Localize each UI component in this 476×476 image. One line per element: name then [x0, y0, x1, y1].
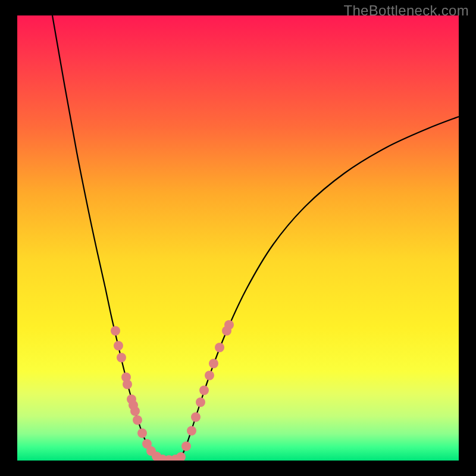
data-point [196, 397, 205, 407]
data-point [164, 455, 174, 461]
data-point [199, 386, 209, 395]
data-point [191, 412, 201, 422]
data-point [133, 415, 142, 425]
data-point [176, 452, 186, 461]
data-point [224, 320, 234, 330]
data-point [123, 380, 132, 389]
data-point [146, 446, 156, 456]
data-point [137, 428, 147, 438]
data-point [127, 394, 136, 404]
data-point [152, 452, 161, 461]
chart-plot-area [17, 15, 459, 461]
data-point [129, 400, 138, 410]
data-point [158, 455, 167, 461]
marker-group [111, 320, 234, 461]
data-point [142, 439, 152, 449]
watermark-text: TheBottleneck.com [343, 2, 469, 19]
data-point [181, 441, 191, 451]
data-point [171, 455, 180, 461]
data-point [121, 372, 131, 382]
curve-svg [17, 15, 459, 461]
data-point [209, 359, 218, 368]
data-point [111, 326, 120, 336]
data-point [222, 326, 231, 336]
data-point [187, 426, 196, 436]
data-point [114, 341, 123, 350]
bottleneck-curve [52, 15, 459, 460]
data-point [117, 353, 126, 362]
data-point [130, 406, 140, 416]
data-point [205, 371, 214, 380]
data-point [215, 343, 224, 352]
